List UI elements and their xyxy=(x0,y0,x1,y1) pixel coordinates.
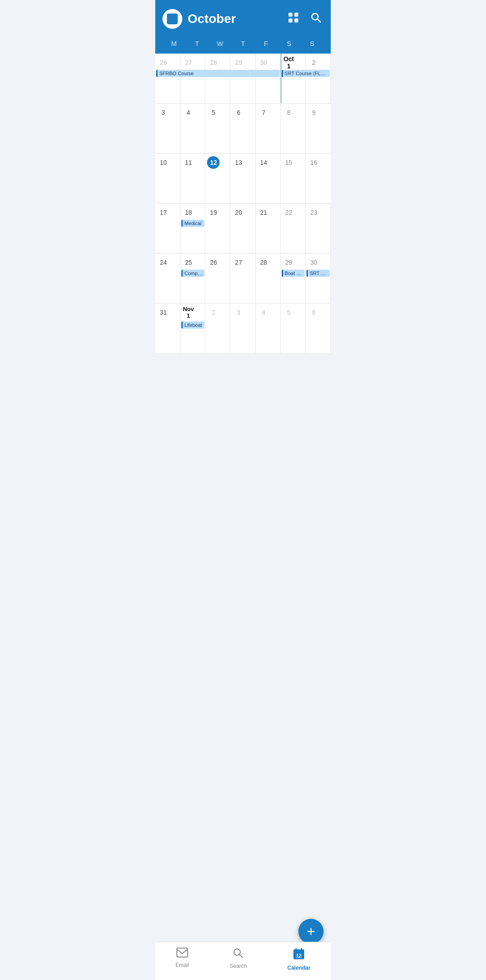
calendar-day-nov2[interactable]: 2 xyxy=(205,303,230,353)
calendar-day-oct7[interactable]: 7 xyxy=(256,104,281,153)
day-header-sun: S xyxy=(301,38,324,49)
header-icons xyxy=(286,10,324,28)
calendar-day-oct3[interactable]: 3 xyxy=(155,104,180,153)
day-number: 21 xyxy=(257,206,270,219)
event-medical[interactable]: Medical xyxy=(180,220,206,228)
calendar-week-1: 3 4 5 6 7 8 9 xyxy=(155,104,331,154)
event-srt-flood[interactable]: SRT Course (FLood) xyxy=(281,70,331,78)
medical-event[interactable]: Medical xyxy=(181,220,205,227)
calendar-label: Calendar xyxy=(288,965,310,971)
day-header-mon: M xyxy=(162,38,185,49)
calendar-day-oct18[interactable]: 18 xyxy=(180,203,206,253)
svg-rect-1 xyxy=(294,13,298,17)
event-lifeboat[interactable]: Lifeboat xyxy=(180,321,206,330)
calendar-day-sep29[interactable]: 29 xyxy=(230,54,256,103)
calendar-week-0: 26 27 28 29 30 Oct 1 2 SFRBO Course SRT … xyxy=(155,54,331,104)
search-nav-icon xyxy=(233,948,243,961)
calendar-day-oct5[interactable]: 5 xyxy=(205,104,230,153)
calendar-week-5: 31 Nov 1 2 3 4 5 6 Lifeboat xyxy=(155,303,331,353)
calendar-day-oct2[interactable]: 2 xyxy=(306,54,331,103)
calendar-day-oct25[interactable]: 25 xyxy=(180,253,206,303)
svg-line-5 xyxy=(318,19,321,23)
calendar-day-sep27[interactable]: 27 xyxy=(180,54,206,103)
day-number: Oct 1 xyxy=(283,56,295,69)
calendar-day-oct19[interactable]: 19 xyxy=(205,203,230,253)
event-sfrbo[interactable]: SFRBO Course xyxy=(155,70,281,78)
day-header-fri: F xyxy=(255,38,278,49)
srt-cpd-event[interactable]: SRT CPD xyxy=(306,270,330,277)
day-header-sat: S xyxy=(278,38,301,49)
srt-course-event[interactable]: SRT Course (FLood) xyxy=(282,70,330,77)
calendar-day-oct9[interactable]: 9 xyxy=(306,104,331,153)
day-number: 15 xyxy=(283,156,295,169)
calendar-day-oct23[interactable]: 23 xyxy=(306,203,331,253)
calendar-day-oct16[interactable]: 16 xyxy=(306,154,331,203)
calendar-day-oct24[interactable]: 24 xyxy=(155,253,180,303)
calendar-day-oct22[interactable]: 22 xyxy=(281,203,306,253)
calendar-day-nov6[interactable]: 6 xyxy=(306,303,331,353)
calendar-day-oct8[interactable]: 8 xyxy=(281,104,306,153)
day-number: 14 xyxy=(257,156,270,169)
calendar-day-sep30[interactable]: 30 xyxy=(256,54,281,103)
search-button[interactable] xyxy=(308,10,324,28)
calendar-day-oct26[interactable]: 26 xyxy=(205,253,230,303)
calendar-day-oct17[interactable]: 17 xyxy=(155,203,180,253)
nav-item-calendar[interactable]: 12 Calendar xyxy=(280,946,318,973)
boat-crew-event[interactable]: Boat Crew xyxy=(282,270,305,277)
calendar-day-oct14[interactable]: 14 xyxy=(256,154,281,203)
day-number: 26 xyxy=(207,256,220,269)
calendar-week-2: 10 11 12 13 14 15 16 xyxy=(155,154,331,203)
grid-view-button[interactable] xyxy=(286,10,301,28)
calendar-grid: 26 27 28 29 30 Oct 1 2 SFRBO Course SRT … xyxy=(155,54,331,353)
day-number: 4 xyxy=(257,306,270,319)
calendar-day-oct4[interactable]: 4 xyxy=(180,104,206,153)
calendar-week-3: 17 18 19 20 21 22 23 Medical xyxy=(155,203,331,253)
svg-rect-2 xyxy=(288,18,292,23)
app-icon[interactable] xyxy=(162,9,182,29)
event-compete[interactable]: Compete xyxy=(180,270,206,278)
calendar-day-nov3[interactable]: 3 xyxy=(230,303,256,353)
day-header-wed: W xyxy=(208,38,231,49)
day-number: 3 xyxy=(232,306,245,319)
day-header-tue: T xyxy=(185,38,208,49)
calendar-day-oct21[interactable]: 21 xyxy=(256,203,281,253)
calendar-day-oct20[interactable]: 20 xyxy=(230,203,256,253)
calendar-day-oct31[interactable]: 31 xyxy=(155,303,180,353)
calendar-day-oct30[interactable]: 30 xyxy=(306,253,331,303)
calendar-day-oct10[interactable]: 10 xyxy=(155,154,180,203)
lifeboat-event[interactable]: Lifeboat xyxy=(181,321,205,329)
day-number: 30 xyxy=(307,256,320,269)
day-number: 26 xyxy=(157,56,170,69)
day-number: Nov 1 xyxy=(182,306,195,319)
day-number: 7 xyxy=(257,106,270,119)
calendar-day-nov4[interactable]: 4 xyxy=(256,303,281,353)
day-number: 5 xyxy=(283,306,295,319)
calendar-day-oct28[interactable]: 28 xyxy=(256,253,281,303)
day-number: 4 xyxy=(182,106,195,119)
calendar-day-oct1[interactable]: Oct 1 xyxy=(281,54,306,103)
calendar-day-oct29[interactable]: 29 xyxy=(281,253,306,303)
calendar-day-oct6[interactable]: 6 xyxy=(230,104,256,153)
calendar-day-oct11[interactable]: 11 xyxy=(180,154,206,203)
event-boat-crew[interactable]: Boat Crew xyxy=(281,270,306,278)
calendar-day-oct12[interactable]: 12 xyxy=(205,154,230,203)
calendar-day-oct15[interactable]: 15 xyxy=(281,154,306,203)
day-number: 18 xyxy=(182,206,195,219)
add-event-button[interactable]: + xyxy=(298,919,324,944)
sfrbo-course-event[interactable]: SFRBO Course xyxy=(156,70,280,77)
day-number: 11 xyxy=(182,156,195,169)
calendar-day-sep28[interactable]: 28 xyxy=(205,54,230,103)
compete-event[interactable]: Compete xyxy=(181,270,205,277)
event-srt-cpd[interactable]: SRT CPD xyxy=(306,270,331,278)
calendar-day-nov5[interactable]: 5 xyxy=(281,303,306,353)
calendar-day-oct27[interactable]: 27 xyxy=(230,253,256,303)
day-number: 29 xyxy=(232,56,245,69)
day-number: 9 xyxy=(307,106,320,119)
nav-item-search[interactable]: Search xyxy=(222,946,254,973)
calendar-day-oct13[interactable]: 13 xyxy=(230,154,256,203)
email-label: Email xyxy=(176,962,189,968)
header-left: October xyxy=(162,9,236,29)
calendar-day-sep26[interactable]: 26 xyxy=(155,54,180,103)
day-number: 19 xyxy=(207,206,220,219)
nav-item-email[interactable]: Email xyxy=(168,946,196,973)
